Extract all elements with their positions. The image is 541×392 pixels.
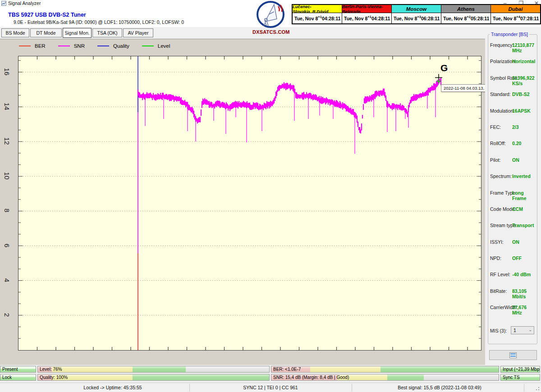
tp-field-standard-: Standard:DVB-S2	[490, 91, 537, 108]
tab-tsa-ok-[interactable]: TSA (OK)	[92, 28, 122, 37]
tab-signal-mon-[interactable]: Signal Mon.	[63, 28, 92, 38]
legend-item-level: Level	[142, 43, 170, 49]
clock-time: Tue, Nov 8+205:28:11	[441, 13, 491, 23]
mis-row: MIS (3): 1 ⌄	[490, 326, 537, 335]
clock-time: Tue, Nov 8+104:28:11	[293, 13, 342, 23]
tp-field-code-mode-: Code Mode:CCM	[490, 206, 537, 223]
mis-dropdown[interactable]: 1 ⌄	[511, 326, 534, 334]
resize-grip[interactable]	[535, 387, 540, 391]
field-label: Pilot:	[490, 157, 500, 163]
tuning-info: 9.0E - Eutelsat 9B/Ka-Sat 9A (ID: 0090) …	[14, 19, 184, 25]
present-indicator: Present	[0, 366, 36, 373]
field-value: ON	[512, 239, 519, 245]
clock-time: Tue, Nov 8+104:28:11	[342, 13, 391, 23]
clock-lu-enec-slovakia-r-d-vid: Lučenec-Slovakia_R.DávidTue, Nov 8+104:2…	[293, 5, 342, 23]
tp-field-issyi-: ISSYI:ON	[490, 239, 537, 255]
clock-city: Athens	[441, 5, 491, 13]
logo-text: DXSATCS.COM	[252, 29, 289, 35]
legend-label: BER	[35, 43, 46, 49]
quality-meter: Quality: 100%	[37, 374, 270, 381]
best-signal-status: Best signal: 15,5 dB (2022-11-08 03:49)	[361, 385, 518, 390]
field-value: DVB-S2	[512, 91, 530, 97]
legend-line	[19, 46, 31, 46]
field-value: 31396,922 KS/s	[512, 75, 537, 86]
legend-item-snr: SNR	[58, 43, 85, 49]
field-label: RollOff:	[490, 141, 506, 146]
y-axis-label-6: 6	[4, 240, 11, 251]
sync-status: SYNC 12 | TEI 0 | CC 961	[203, 385, 338, 390]
world-clocks: Lučenec-Slovakia_R.DávidTue, Nov 8+104:2…	[292, 4, 541, 24]
y-axis-label-10: 10	[4, 170, 11, 182]
legend-label: SNR	[74, 43, 85, 49]
device-title: TBS 5927 USB DVB-S2 Tuner	[8, 12, 86, 18]
tp-field-bitrate-: BitRate:83,105 Mbit/s	[490, 288, 537, 305]
transponder-panel: Transponder [BS] Frequency:12110,877 MHz…	[485, 27, 541, 365]
list-icon	[509, 352, 517, 358]
legend-line	[58, 46, 70, 46]
field-label: ISSYI:	[490, 239, 504, 245]
tp-field-rf-level-: RF Level:-40 dBm	[490, 272, 537, 288]
tp-field-fec-: FEC:2/3	[490, 124, 537, 141]
stream-list-button[interactable]	[489, 350, 537, 360]
marker-label: G	[440, 63, 448, 73]
app-icon	[1, 1, 6, 6]
snr-meter: SNR: 15,4 dB (Margin: 8,4 dB | Good)	[271, 374, 499, 381]
snr-trace-canvas	[18, 56, 481, 350]
transponder-title: Transponder [BS]	[490, 32, 529, 37]
mis-selected-value: 1	[513, 328, 516, 333]
status-separator	[352, 384, 352, 392]
legend-item-quality: Quality	[97, 43, 129, 49]
y-axis-label-14: 14	[4, 100, 11, 112]
tp-field-frame-type-: Frame Type:Long Frame	[490, 190, 537, 206]
legend-label: Quality	[113, 43, 129, 49]
clock-city: Dubai	[491, 5, 540, 13]
field-value: 12110,877 MHz	[512, 42, 537, 53]
dxsatcs-logo: DXSATCS.COM	[252, 1, 289, 37]
clock-moscow: MoscowTue, Nov 8+306:28:11	[392, 5, 441, 23]
tp-field-symbol-rate-: Symbol Rate:31396,922 KS/s	[490, 75, 537, 91]
tp-field-stream-type-: Stream type:Transport	[490, 223, 537, 239]
y-axis-label-16: 16	[4, 66, 11, 77]
status-separator	[524, 384, 524, 392]
field-value: -40 dBm	[512, 272, 531, 277]
level-meter: Level: 76%	[37, 366, 270, 373]
clock-city: Berlin-Paris-Vienna-Belgrade	[342, 5, 391, 13]
field-value: Long Frame	[512, 190, 537, 201]
field-label: NPD:	[490, 255, 501, 261]
field-label: Standard:	[490, 91, 511, 97]
field-value: ON	[512, 157, 519, 163]
tp-field-carrierwidth-: CarrierWidth:37,676 MHz	[490, 305, 537, 321]
field-label: Spectrum:	[490, 173, 512, 179]
tab-av-player[interactable]: AV Player	[123, 28, 153, 37]
y-axis-label-12: 12	[4, 135, 11, 147]
field-label: Modulation:	[490, 108, 514, 114]
tp-field-polarization-: Polarization:Horizontal	[490, 59, 537, 75]
tp-field-pilot-: Pilot:ON	[490, 157, 537, 173]
legend-line	[142, 46, 154, 46]
signal-plot[interactable]: G 2022-11-08 04.03.13, value: 15,5	[18, 56, 481, 351]
legend-label: Level	[158, 43, 170, 49]
lock-indicator: Lock	[0, 374, 36, 381]
field-value: CCM	[512, 206, 523, 212]
field-value: Transport	[512, 223, 534, 228]
clock-time: Tue, Nov 8+407:28:11	[491, 13, 540, 23]
legend-line	[97, 46, 109, 46]
field-value: Horizontal	[512, 59, 535, 64]
field-label: RF Level:	[490, 272, 510, 277]
chevron-down-icon: ⌄	[528, 328, 532, 332]
window-title: Signal Analyzer	[8, 0, 41, 6]
ber-meter: BER: <1.0E-7	[271, 366, 499, 373]
tp-field-npd-: NPD:OFF	[490, 255, 537, 272]
y-axis-label-4: 4	[4, 274, 11, 286]
tp-field-spectrum-: Spectrum:Inverted	[490, 173, 537, 190]
tp-field-frequency-: Frequency:12110,877 MHz	[490, 42, 537, 59]
field-value: OFF	[512, 255, 522, 261]
y-axis-label-2: 2	[4, 309, 11, 321]
sync-ts-indicator: Sync TS	[500, 374, 540, 381]
legend-item-ber: BER	[19, 43, 46, 49]
tab-bs-mode[interactable]: BS Mode	[1, 28, 29, 37]
tab-dt-mode[interactable]: DT Mode	[30, 28, 62, 37]
field-value: 2/3	[512, 124, 519, 130]
clock-dubai: DubaiTue, Nov 8+407:28:11	[491, 5, 540, 23]
field-label: FEC:	[490, 124, 501, 130]
